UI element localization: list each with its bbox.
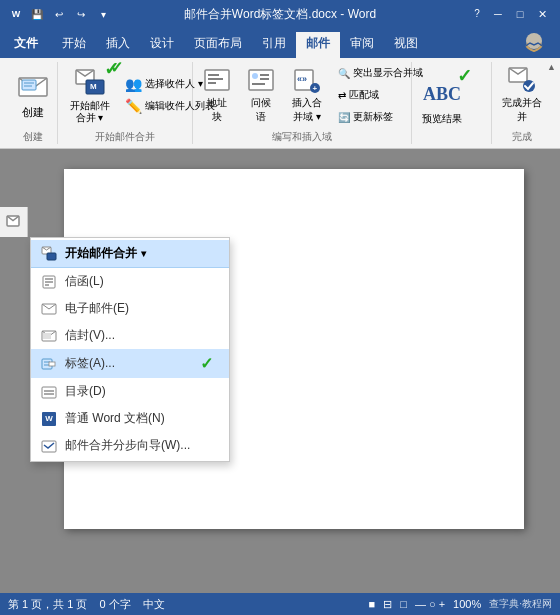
- svg-rect-36: [49, 362, 55, 366]
- word-doc-icon: W: [41, 411, 57, 427]
- header-arrow: ▾: [141, 248, 146, 259]
- menu-item-letter[interactable]: 信函(L): [31, 268, 229, 295]
- match-icon: ⇄: [338, 90, 346, 101]
- status-right: ■ ⊟ □ — ○ + 100% 查字典·教程网: [369, 597, 552, 611]
- label-check-badge: ✓: [200, 354, 213, 373]
- save-quick-btn[interactable]: 💾: [28, 5, 46, 23]
- write-fields-group-label: 编写和插入域: [197, 128, 407, 144]
- page-info: 第 1 页，共 1 页: [8, 597, 87, 612]
- svg-text:M: M: [90, 82, 97, 91]
- preview-results-icon: ABC: [426, 78, 458, 110]
- svg-point-0: [526, 33, 542, 49]
- window-controls: ? ─ □ ✕: [468, 4, 552, 24]
- start-merge-check: ✓: [104, 60, 119, 78]
- menu-header-label: 开始邮件合并: [65, 245, 137, 262]
- status-bar: 第 1 页，共 1 页 0 个字 中文 ■ ⊟ □ — ○ + 100% 查字典…: [0, 593, 560, 615]
- redo-quick-btn[interactable]: ↪: [72, 5, 90, 23]
- highlight-icon: 🔍: [338, 68, 350, 79]
- undo-quick-btn[interactable]: ↩: [50, 5, 68, 23]
- label-label: 标签(A)...: [65, 355, 115, 372]
- envelope-icon: [17, 71, 49, 103]
- help-btn[interactable]: ?: [468, 4, 486, 22]
- view-layout-btn[interactable]: □: [400, 598, 407, 610]
- qa-dropdown-btn[interactable]: ▾: [94, 5, 112, 23]
- edit-list-icon: ✏️: [125, 98, 142, 114]
- finish-merge-btn[interactable]: 完成并合并: [496, 62, 548, 128]
- preview-check: ✓: [457, 67, 472, 85]
- ribbon-group-start-merge: M 开始邮件合并 ▾ ✓ 👥 选择收件人 ▾ ✏️: [58, 62, 193, 144]
- maximize-btn[interactable]: □: [510, 4, 530, 24]
- ribbon-group-write-fields: 地址块 问候语: [193, 62, 412, 144]
- handshake-icon: [516, 30, 552, 58]
- zoom-percent: 100%: [453, 598, 481, 610]
- ribbon-collapse-btn[interactable]: ▲: [545, 60, 558, 74]
- envelope-label: 信封(V)...: [65, 327, 115, 344]
- preview-group-content: ABC 预览结果 ✓: [416, 62, 487, 142]
- svg-point-13: [252, 73, 258, 79]
- tab-references[interactable]: 引用: [252, 30, 296, 58]
- letter-label: 信函(L): [65, 273, 104, 290]
- watermark: 查字典·教程网: [489, 597, 552, 611]
- start-merge-btn-wrapper: M 开始邮件合并 ▾ ✓: [62, 62, 117, 128]
- create-btn-label: 创建: [22, 105, 44, 120]
- title-bar: W 💾 ↩ ↪ ▾ 邮件合并Word标签文档.docx - Word ? ─ □…: [0, 0, 560, 28]
- dropdown-menu: 开始邮件合并 ▾ 信函(L): [30, 237, 230, 462]
- lang-indicator: 中文: [143, 597, 165, 612]
- svg-rect-37: [42, 387, 56, 398]
- menu-item-envelope[interactable]: 信封(V)...: [31, 322, 229, 349]
- tab-review[interactable]: 审阅: [340, 30, 384, 58]
- svg-rect-12: [249, 70, 273, 90]
- address-block-btn[interactable]: 地址块: [197, 62, 237, 128]
- menu-item-label[interactable]: 标签(A)... ✓: [31, 349, 229, 378]
- view-reading-btn[interactable]: ⊟: [383, 598, 392, 611]
- menu-header-start-merge[interactable]: 开始邮件合并 ▾: [31, 240, 229, 268]
- zoom-level: — ○ +: [415, 598, 445, 610]
- menu-item-wizard[interactable]: 邮件合并分步向导(W)...: [31, 432, 229, 459]
- sidebar-create-btn[interactable]: [3, 211, 25, 233]
- close-btn[interactable]: ✕: [532, 4, 552, 24]
- merge-icon: M: [74, 66, 106, 98]
- ribbon-group-preview: ABC 预览结果 ✓: [412, 62, 492, 144]
- greeting-line-btn[interactable]: 问候语: [241, 62, 281, 128]
- wizard-label: 邮件合并分步向导(W)...: [65, 437, 190, 454]
- finish-merge-label: 完成并合并: [502, 96, 542, 124]
- title-bar-left: W 💾 ↩ ↪ ▾: [8, 5, 112, 23]
- wizard-icon: [41, 438, 57, 454]
- tab-design[interactable]: 设计: [140, 30, 184, 58]
- start-merge-group-content: M 开始邮件合并 ▾ ✓ 👥 选择收件人 ▾ ✏️: [62, 62, 188, 128]
- svg-rect-25: [47, 253, 56, 260]
- tab-layout[interactable]: 页面布局: [184, 30, 252, 58]
- insert-merge-field-label: 插入合并域 ▾: [291, 96, 324, 124]
- main-container: W 💾 ↩ ↪ ▾ 邮件合并Word标签文档.docx - Word ? ─ □…: [0, 0, 560, 615]
- greeting-line-icon: [245, 66, 277, 94]
- window-title: 邮件合并Word标签文档.docx - Word: [184, 6, 376, 23]
- finish-group-label: 完成: [496, 128, 548, 144]
- ribbon-tab-bar: 文件 开始 插入 设计 页面布局 引用 邮件 审阅 视图: [0, 28, 560, 58]
- tab-file[interactable]: 文件: [0, 30, 52, 58]
- menu-item-email[interactable]: 电子邮件(E): [31, 295, 229, 322]
- address-block-icon: [201, 66, 233, 94]
- start-merge-group-label: 开始邮件合并: [62, 128, 188, 144]
- normal-doc-label: 普通 Word 文档(N): [65, 410, 165, 427]
- tab-view[interactable]: 视图: [384, 30, 428, 58]
- view-normal-btn[interactable]: ■: [369, 598, 376, 610]
- email-icon: [41, 301, 57, 317]
- create-envelope-btn[interactable]: 创建: [12, 62, 53, 128]
- menu-item-normal-doc[interactable]: W 普通 Word 文档(N): [31, 405, 229, 432]
- svg-text:+: +: [313, 84, 318, 93]
- left-sidebar: [0, 207, 28, 237]
- tab-insert[interactable]: 插入: [96, 30, 140, 58]
- envelope-icon: [41, 328, 57, 344]
- finish-merge-icon: [506, 66, 538, 94]
- preview-results-label: 预览结果: [422, 112, 462, 126]
- preview-group-label: [416, 142, 487, 144]
- word-count: 0 个字: [99, 597, 130, 612]
- tab-home[interactable]: 开始: [52, 30, 96, 58]
- email-label: 电子邮件(E): [65, 300, 129, 317]
- word-logo-icon: W: [8, 6, 24, 22]
- tab-mail[interactable]: 邮件: [296, 30, 340, 58]
- insert-merge-field-btn[interactable]: «» + 插入合并域 ▾: [285, 62, 330, 128]
- content-area: 开始邮件合并 ▾ 信函(L): [0, 149, 560, 593]
- menu-item-directory[interactable]: 目录(D): [31, 378, 229, 405]
- minimize-btn[interactable]: ─: [488, 4, 508, 24]
